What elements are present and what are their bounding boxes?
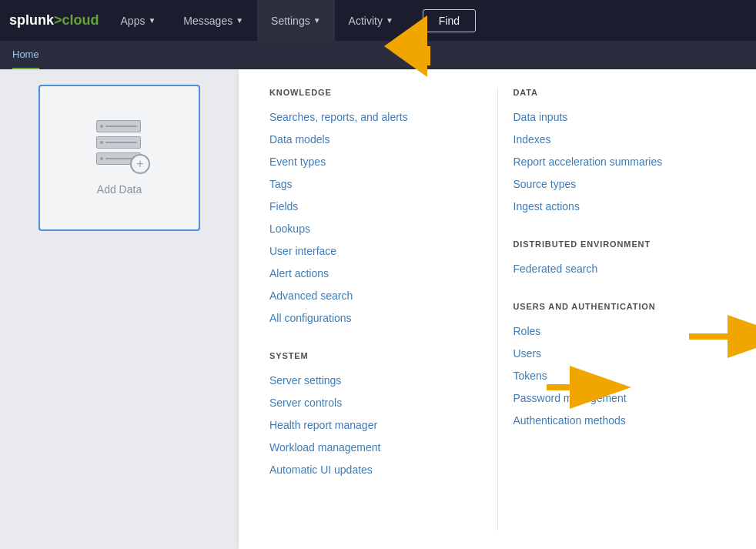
nav-messages[interactable]: Messages ▼ <box>169 0 257 41</box>
link-password-management[interactable]: Password management <box>513 387 726 410</box>
main-content: + Add Data KNOWLEDGE Searches, reports, … <box>0 69 756 549</box>
nav-messages-label: Messages <box>183 15 232 27</box>
settings-chevron-icon: ▼ <box>313 16 321 25</box>
link-report-acceleration-summaries[interactable]: Report acceleration summaries <box>513 151 726 173</box>
users-auth-section-title: USERS AND AUTHENTICATION <box>513 302 726 311</box>
add-data-icon: + <box>89 120 150 174</box>
link-ingest-actions[interactable]: Ingest actions <box>513 196 726 218</box>
link-server-settings[interactable]: Server settings <box>269 370 482 392</box>
server-dot <box>100 141 103 144</box>
link-users[interactable]: Users <box>513 343 726 365</box>
link-federated-search[interactable]: Federated search <box>513 258 726 280</box>
settings-dropdown: KNOWLEDGE Searches, reports, and alerts … <box>239 69 756 549</box>
link-workload-management[interactable]: Workload management <box>269 437 482 459</box>
link-server-controls[interactable]: Server controls <box>269 392 482 414</box>
link-all-configurations[interactable]: All configurations <box>269 307 482 330</box>
link-automatic-ui-updates[interactable]: Automatic UI updates <box>269 459 482 481</box>
server-line <box>105 142 137 143</box>
system-section-title: SYSTEM <box>269 351 482 360</box>
nav-apps-label: Apps <box>121 15 146 27</box>
link-health-report-manager[interactable]: Health report manager <box>269 414 482 437</box>
server-dot <box>100 157 103 160</box>
link-searches-reports-alerts[interactable]: Searches, reports, and alerts <box>269 106 482 129</box>
link-data-inputs[interactable]: Data inputs <box>513 106 726 129</box>
dropdown-left-col: KNOWLEDGE Searches, reports, and alerts … <box>254 88 498 531</box>
link-tags[interactable]: Tags <box>269 173 482 196</box>
add-data-label: Add Data <box>97 183 142 196</box>
left-panel: + Add Data <box>0 69 239 549</box>
find-button[interactable]: Find <box>423 9 476 32</box>
link-data-models[interactable]: Data models <box>269 129 482 151</box>
link-indexes[interactable]: Indexes <box>513 129 726 151</box>
link-event-types[interactable]: Event types <box>269 151 482 173</box>
server-dot <box>100 125 103 128</box>
dropdown-right-col: DATA Data inputs Indexes Report accelera… <box>498 88 741 531</box>
nav-apps[interactable]: Apps ▼ <box>107 0 170 41</box>
server-line <box>105 126 137 127</box>
link-alert-actions[interactable]: Alert actions <box>269 263 482 285</box>
add-data-card[interactable]: + Add Data <box>38 85 200 231</box>
home-bar: Home <box>0 41 756 69</box>
distributed-section-title: DISTRIBUTED ENVIRONMENT <box>513 239 726 249</box>
link-advanced-search[interactable]: Advanced search <box>269 285 482 307</box>
nav-activity-label: Activity <box>349 15 383 27</box>
splunk-logo[interactable]: splunk>cloud <box>9 12 99 28</box>
activity-chevron-icon: ▼ <box>386 16 393 25</box>
messages-chevron-icon: ▼ <box>236 16 243 25</box>
link-fields[interactable]: Fields <box>269 196 482 218</box>
link-lookups[interactable]: Lookups <box>269 218 482 240</box>
top-navigation: splunk>cloud Apps ▼ Messages ▼ Settings … <box>0 0 756 41</box>
nav-settings[interactable]: Settings ▼ <box>257 0 335 41</box>
apps-chevron-icon: ▼ <box>148 16 156 25</box>
data-section-title: DATA <box>513 88 726 97</box>
link-user-interface[interactable]: User interface <box>269 240 482 263</box>
knowledge-section-title: KNOWLEDGE <box>269 88 482 97</box>
link-authentication-methods[interactable]: Authentication methods <box>513 410 726 432</box>
server-layer-1 <box>96 120 141 132</box>
plus-icon: + <box>130 154 150 174</box>
link-source-types[interactable]: Source types <box>513 173 726 196</box>
nav-bar: Apps ▼ Messages ▼ Settings ▼ Activity ▼ <box>107 0 407 41</box>
nav-activity[interactable]: Activity ▼ <box>335 0 407 41</box>
link-tokens[interactable]: Tokens <box>513 365 726 387</box>
nav-settings-label: Settings <box>271 15 310 27</box>
home-link[interactable]: Home <box>12 41 39 69</box>
server-layer-2 <box>96 136 141 149</box>
link-roles[interactable]: Roles <box>513 320 726 343</box>
